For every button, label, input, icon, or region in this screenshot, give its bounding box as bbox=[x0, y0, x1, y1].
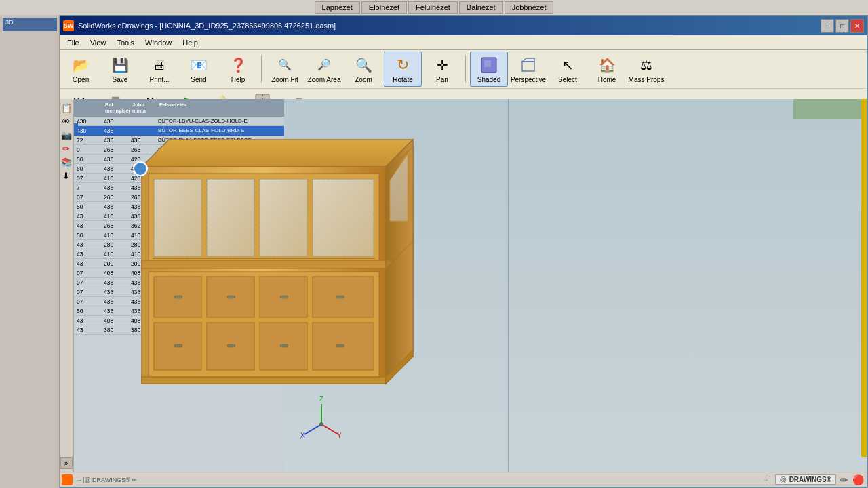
scroll-more-button[interactable]: » bbox=[60, 457, 73, 469]
view-btn-balnezet[interactable]: Balnézet bbox=[459, 1, 503, 14]
cell-col2: 280 bbox=[101, 241, 128, 249]
menu-view[interactable]: View bbox=[85, 37, 112, 48]
cell-col1: 07 bbox=[74, 288, 101, 296]
selection-handle[interactable] bbox=[133, 161, 148, 176]
cell-col1: 07 bbox=[74, 279, 101, 287]
view-btn-elolnezet[interactable]: Elölnézet bbox=[361, 1, 407, 14]
svg-rect-35 bbox=[336, 296, 344, 298]
cell-col1: 430 bbox=[74, 117, 101, 125]
save-button[interactable]: 💾 Save bbox=[101, 52, 139, 87]
svg-rect-21 bbox=[142, 260, 386, 268]
zoom-area-icon: 🔎 bbox=[315, 56, 334, 75]
status-text: →|@ DRAWINGS® ✏ bbox=[77, 476, 137, 483]
maximize-button[interactable]: □ bbox=[835, 19, 849, 33]
cell-col2: 410 bbox=[101, 174, 128, 182]
zoom-fit-button[interactable]: 🔍 Zoom Fit bbox=[266, 52, 304, 87]
svg-text:X: X bbox=[300, 432, 305, 438]
left-icon-2[interactable]: 👁 bbox=[60, 115, 73, 127]
minimize-button[interactable]: − bbox=[821, 19, 834, 33]
cell-col2: 268 bbox=[101, 146, 128, 154]
pan-button[interactable]: ✛ Pan bbox=[423, 52, 461, 87]
mass-props-icon: ⚖ bbox=[637, 56, 656, 75]
cell-col1: 50 bbox=[74, 155, 101, 163]
outer-left-panel: 3D bbox=[0, 15, 60, 488]
view-btn-jobbnezet[interactable]: Jobbnézet bbox=[505, 1, 554, 14]
zoom-area-button[interactable]: 🔎 Zoom Area bbox=[305, 52, 343, 87]
window-title: SolidWorks eDrawings - [HONNIA_3D_ID925_… bbox=[78, 22, 336, 30]
vertical-divider bbox=[508, 99, 509, 472]
select-icon: ↖ bbox=[558, 56, 577, 75]
view-btn-lapnezet[interactable]: Lapnézet bbox=[315, 1, 360, 14]
axis-indicator: X Y Z bbox=[298, 390, 338, 431]
left-icon-5[interactable]: 📚 bbox=[60, 156, 73, 168]
left-icon-3[interactable]: 📷 bbox=[60, 129, 73, 141]
close-status-icon[interactable]: 🔴 bbox=[852, 474, 864, 485]
cell-col1: 43 bbox=[74, 212, 101, 220]
left-icon-4[interactable]: ✏ bbox=[60, 142, 73, 155]
yellow-side-bar bbox=[861, 99, 867, 457]
menu-window[interactable]: Window bbox=[140, 37, 177, 48]
svg-rect-39 bbox=[336, 344, 344, 347]
svg-rect-34 bbox=[280, 296, 288, 298]
home-button[interactable]: 🏠 Home bbox=[588, 52, 626, 87]
viewport[interactable]: Bal mennyiség Jobb minta Felszerelés 430… bbox=[74, 99, 867, 472]
outer-panel-item-selected[interactable]: 3D bbox=[3, 18, 57, 31]
select-button[interactable]: ↖ Select bbox=[549, 52, 587, 87]
svg-rect-33 bbox=[227, 296, 235, 298]
cell-col1: 43 bbox=[74, 222, 101, 230]
cell-col4: BÚTOR-LBYU-CLAS-ZOLD-HOLD-E bbox=[155, 117, 284, 125]
svg-marker-3 bbox=[522, 58, 534, 62]
send-button[interactable]: 📧 Send bbox=[180, 52, 218, 87]
toolbar-sep-2 bbox=[465, 56, 466, 83]
table-header: Bal mennyiség Jobb minta Felszerelés bbox=[74, 99, 284, 117]
left-icon-6[interactable]: ⬇ bbox=[60, 169, 73, 182]
shaded-button[interactable]: Shaded bbox=[470, 52, 508, 87]
edit-icon[interactable]: ✏ bbox=[840, 474, 848, 485]
mass-props-button[interactable]: ⚖ Mass Props bbox=[627, 52, 665, 87]
svg-rect-14 bbox=[207, 179, 254, 256]
cell-col2: 438 bbox=[101, 307, 128, 315]
svg-rect-38 bbox=[280, 344, 288, 347]
print-icon: 🖨 bbox=[150, 56, 169, 75]
cell-col1: 50 bbox=[74, 307, 101, 315]
help-button[interactable]: ❓ Help bbox=[219, 52, 257, 87]
cell-col1: 43 bbox=[74, 326, 101, 334]
cell-col2: 260 bbox=[101, 193, 128, 201]
cell-col2: 430 bbox=[101, 117, 128, 125]
drawings-badge: @ DRAWINGS® bbox=[775, 474, 836, 485]
cell-col2: 410 bbox=[101, 250, 128, 258]
svg-rect-36 bbox=[174, 344, 182, 347]
open-icon: 📂 bbox=[71, 56, 90, 75]
cell-col1: 43 bbox=[74, 317, 101, 325]
rotate-button[interactable]: ↻ Rotate bbox=[384, 52, 422, 87]
save-icon: 💾 bbox=[111, 56, 130, 75]
cell-col1: 0 bbox=[74, 146, 101, 154]
green-highlight-bar bbox=[793, 99, 861, 119]
svg-rect-1 bbox=[484, 60, 491, 67]
drawings-label: DRAWINGS® bbox=[789, 476, 831, 483]
cell-col1: 7 bbox=[74, 184, 101, 192]
cell-col1: 07 bbox=[74, 269, 101, 277]
svg-text:Y: Y bbox=[337, 432, 342, 438]
view-btn-felulnezet[interactable]: Felülnézet bbox=[408, 1, 458, 14]
menu-tools[interactable]: Tools bbox=[111, 37, 140, 48]
cell-col2: 438 bbox=[101, 165, 128, 173]
header-col4: Felszerelés bbox=[157, 100, 283, 115]
cell-col2: 410 bbox=[101, 231, 128, 239]
print-button[interactable]: 🖨 Print... bbox=[140, 52, 178, 87]
status-right: →| @ DRAWINGS® ✏ 🔴 bbox=[762, 474, 864, 485]
toolbar-row-1: 📂 Open 💾 Save 🖨 Print... 📧 Send ❓ Help bbox=[59, 50, 867, 88]
table-row[interactable]: 430 430 BÚTOR-LBYU-CLAS-ZOLD-HOLD-E bbox=[74, 117, 284, 126]
menu-help[interactable]: Help bbox=[177, 37, 203, 48]
open-button[interactable]: 📂 Open bbox=[62, 52, 100, 87]
left-icon-1[interactable]: 📋 bbox=[60, 102, 73, 114]
zoom-button[interactable]: 🔍 Zoom bbox=[344, 52, 382, 87]
send-icon: 📧 bbox=[189, 56, 208, 75]
menu-file[interactable]: File bbox=[62, 37, 85, 48]
svg-text:Z: Z bbox=[319, 395, 323, 403]
close-button[interactable]: ✕ bbox=[850, 19, 864, 33]
cell-col2: 268 bbox=[101, 222, 128, 230]
perspective-button[interactable]: Perspective bbox=[509, 52, 547, 87]
arrow-separator: →| bbox=[762, 476, 771, 483]
cell-col1: 07 bbox=[74, 298, 101, 306]
